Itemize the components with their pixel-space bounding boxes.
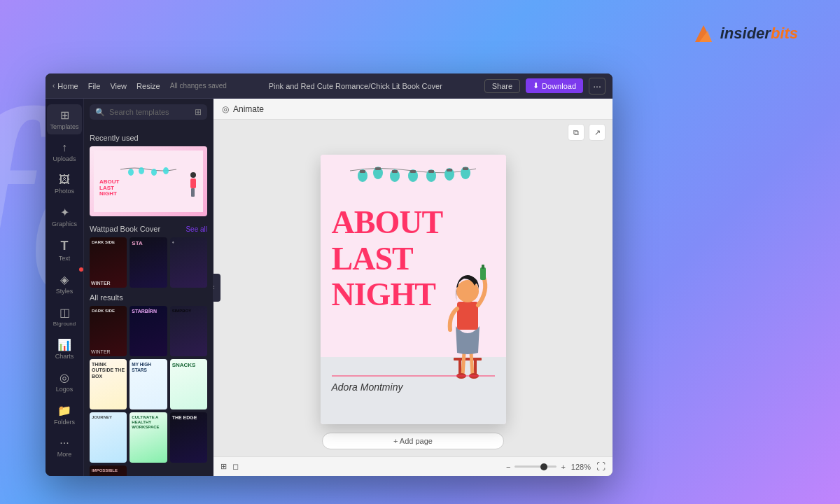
fairy-lights-svg: [343, 160, 483, 195]
share-button[interactable]: Share: [484, 79, 520, 93]
template-text-1: DARK SIDE: [92, 240, 125, 245]
styles-icon: ◈: [60, 273, 69, 286]
book-cover[interactable]: ABOUT LAST NIGHT: [321, 155, 506, 424]
result-item-10[interactable]: impossible: [90, 465, 127, 476]
result-item-7[interactable]: Journey: [90, 412, 127, 463]
result-text-9: THE EDGE: [172, 415, 205, 421]
notes-tool-btn[interactable]: ◻: [232, 462, 239, 471]
wattpad-templates-grid: DARK SIDE WINTER Sta ♦: [90, 237, 207, 288]
svg-rect-22: [463, 167, 468, 170]
saved-status: All changes saved: [170, 82, 227, 90]
result-item-2[interactable]: Starbírn: [130, 306, 167, 356]
see-all-link[interactable]: See all: [186, 225, 207, 233]
svg-rect-23: [454, 358, 482, 360]
sidebar-item-photos[interactable]: 🖼 Photos: [47, 169, 82, 199]
nav-file[interactable]: File: [88, 82, 101, 90]
document-title: Pink and Red Cute Romance/Chick Lit Book…: [238, 82, 473, 90]
svg-point-3: [139, 167, 144, 174]
template-item-1[interactable]: DARK SIDE WINTER: [90, 237, 127, 288]
download-button[interactable]: ⬇ Download: [526, 78, 583, 93]
styles-badge: [79, 267, 83, 272]
sidebar-item-styles[interactable]: ◈ Styles: [47, 269, 82, 299]
sidebar-item-uploads[interactable]: ↑ Uploads: [47, 137, 82, 167]
view-label: View: [110, 82, 127, 90]
zoom-slider[interactable]: [514, 465, 556, 468]
sidebar-item-graphics[interactable]: ✦ Graphics: [47, 202, 82, 232]
wattpad-section: Wattpad Book Cover See all: [90, 225, 207, 233]
grid-tool-btn[interactable]: ⊞: [220, 462, 227, 471]
add-page-button[interactable]: + Add page: [322, 433, 504, 449]
result-text-1: DARK SIDE: [92, 309, 125, 314]
fullscreen-btn[interactable]: ⛶: [596, 461, 606, 472]
zoom-in-btn[interactable]: +: [561, 463, 565, 471]
result-item-3[interactable]: simpboy: [170, 306, 207, 356]
result-item-1[interactable]: DARK SIDE WINTER: [90, 306, 127, 356]
charts-icon: 📊: [57, 338, 71, 351]
template-text-2: Sta: [132, 240, 164, 247]
bottom-right-tools: − + 128% ⛶: [506, 461, 606, 472]
template-text-3: ♦: [172, 240, 205, 245]
download-icon: ⬇: [533, 81, 539, 90]
sidebar-item-folders[interactable]: 📁 Folders: [47, 400, 82, 430]
top-bar: ‹ Home File View Resize All changes save…: [46, 74, 612, 99]
svg-rect-17: [375, 167, 381, 170]
insiderbits-logo: insiderbits: [690, 20, 798, 48]
insiderbits-icon: [690, 20, 718, 48]
nav-home[interactable]: ‹ Home: [52, 82, 78, 90]
logos-icon: ◎: [59, 371, 69, 384]
result-text-7: Journey: [92, 415, 125, 420]
template-item-2[interactable]: Sta: [130, 237, 167, 288]
add-page-bar: + Add page: [322, 433, 504, 449]
book-title-line-night: NIGHT: [332, 279, 436, 310]
search-input[interactable]: [109, 108, 190, 116]
home-label: Home: [57, 82, 78, 90]
nav-view[interactable]: View: [110, 82, 127, 90]
collapse-panel-arrow[interactable]: ‹: [214, 274, 220, 302]
recent-title-text: ABOUTLASTNIGHT: [99, 179, 197, 197]
canvas-tool-copy[interactable]: ⧉: [568, 124, 584, 141]
svg-rect-18: [392, 170, 398, 173]
sidebar-item-more[interactable]: ··· More: [47, 433, 82, 462]
templates-icon: ⊞: [60, 108, 69, 122]
zoom-out-btn[interactable]: −: [506, 463, 510, 471]
templates-panel: 🔍 ⊞ Recently used: [84, 99, 214, 476]
nav-resize[interactable]: Resize: [136, 82, 160, 90]
file-label: File: [88, 82, 101, 90]
sidebar-item-text[interactable]: T Text: [47, 234, 82, 266]
recent-book-cover: ABOUTLASTNIGHT: [90, 146, 207, 216]
sidebar-item-logos[interactable]: ◎ Logos: [47, 367, 82, 397]
canvas-scroll-area[interactable]: ABOUT LAST NIGHT: [214, 141, 612, 456]
book-author-divider: [332, 375, 495, 377]
canvas-tool-share[interactable]: ↗: [589, 124, 606, 141]
svg-rect-25: [474, 360, 477, 374]
result-item-6[interactable]: Snacks: [170, 359, 207, 410]
result-item-5[interactable]: MY HIGH STARS: [130, 359, 167, 410]
result-text-4: THINK OUTSIDE THE BOX: [92, 362, 125, 379]
zoom-level-label: 128%: [571, 463, 591, 471]
sidebar-item-background[interactable]: ◫ BIground: [47, 302, 82, 331]
wattpad-title: Wattpad Book Cover: [90, 225, 160, 233]
result-text-6: Snacks: [172, 362, 205, 369]
recent-template-1[interactable]: ABOUTLASTNIGHT: [90, 146, 207, 216]
sidebar-item-charts[interactable]: 📊 Charts: [47, 334, 82, 364]
search-bar: 🔍 ⊞: [90, 104, 207, 120]
sidebar-item-templates[interactable]: ⊞ Templates: [47, 104, 82, 134]
svg-rect-30: [482, 265, 484, 269]
more-options-button[interactable]: ···: [589, 78, 606, 94]
background-icon: ◫: [59, 306, 70, 319]
result-text-8: CULTIVATE A HEALTHY WORKSPACE: [132, 415, 164, 430]
canvas-area: ◎ Animate ⧉ ↗ ‹: [214, 99, 612, 476]
result-item-8[interactable]: CULTIVATE A HEALTHY WORKSPACE: [130, 412, 167, 463]
svg-point-4: [151, 169, 157, 176]
result-item-4[interactable]: THINK OUTSIDE THE BOX: [90, 359, 127, 410]
svg-point-5: [163, 167, 169, 174]
recently-used-title: Recently used: [90, 134, 139, 142]
grid-view-icon[interactable]: ⊞: [195, 107, 202, 117]
saved-label: All changes saved: [170, 82, 227, 90]
template-item-3[interactable]: ♦: [170, 237, 207, 288]
animate-bar: ◎ Animate: [214, 99, 612, 120]
bottom-left-tools: ⊞ ◻: [220, 462, 239, 471]
result-item-9[interactable]: THE EDGE: [170, 412, 207, 463]
animate-label[interactable]: Animate: [233, 104, 264, 114]
mini-fairy-lights: [120, 165, 176, 176]
